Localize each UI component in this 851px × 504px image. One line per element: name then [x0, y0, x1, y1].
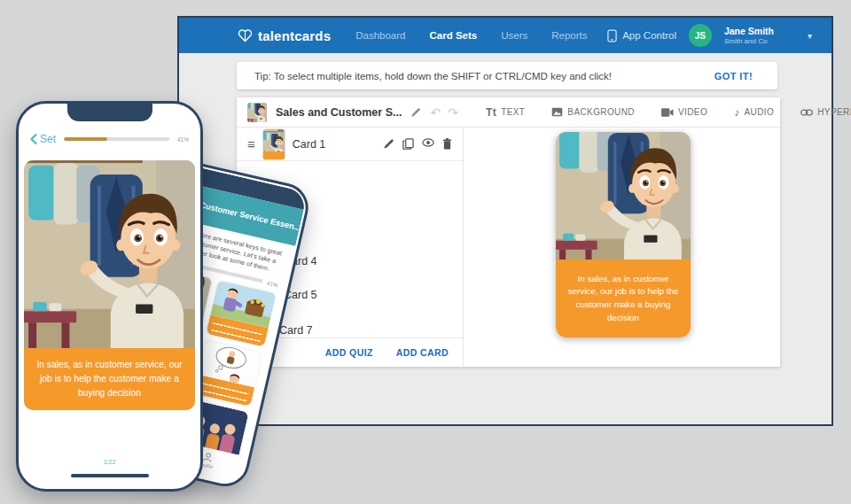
undo-button[interactable]: ↶ [430, 105, 441, 120]
phone-card-player: Set 41% [16, 101, 203, 492]
audio-button[interactable]: ♪ AUDIO [734, 106, 774, 119]
text-format-label: TEXT [501, 107, 525, 117]
link-icon [800, 109, 813, 116]
background-label: BACKGROUND [567, 107, 635, 117]
app-control-button[interactable]: App Control [607, 29, 676, 43]
preview-card-icon[interactable] [422, 138, 434, 147]
card-row-actions [383, 138, 452, 150]
chevron-down-icon[interactable]: ▾ [808, 31, 812, 41]
tip-text: Tip: To select multiple items, hold down… [237, 71, 612, 81]
tip-banner: Tip: To select multiple items, hold down… [237, 62, 777, 89]
background-button[interactable]: BACKGROUND [551, 107, 635, 117]
card-preview[interactable]: In sales, as in customer service, our jo… [556, 132, 691, 337]
got-it-button[interactable]: GOT IT! [714, 71, 777, 81]
hyperlink-label: HYPERLINK [817, 107, 851, 117]
set-title-bar: Sales and Customer S... ↶ ↷ [237, 97, 463, 127]
card-row-1[interactable]: ≡ [237, 128, 463, 161]
card-pager: 1/22 [19, 459, 200, 465]
hyperlink-button[interactable]: HYPERLINK [800, 107, 851, 117]
main-nav: Dashboard Card Sets Users Reports [355, 30, 587, 41]
app-control-label: App Control [622, 30, 676, 41]
nav-card-sets[interactable]: Card Sets [430, 30, 478, 41]
delete-card-icon[interactable] [442, 138, 452, 150]
player-card[interactable]: In sales, as in customer service, our jo… [24, 160, 195, 410]
image-icon [551, 107, 563, 117]
duplicate-card-icon[interactable] [402, 138, 414, 150]
text-format-icon: Tt [486, 106, 496, 119]
player-progress-fill [64, 137, 107, 141]
redo-button[interactable]: ↷ [448, 105, 458, 120]
music-note-icon: ♪ [734, 106, 739, 119]
mobile-phone-icon [607, 29, 617, 43]
card-tile-treasure[interactable] [206, 280, 277, 347]
videocam-icon [661, 108, 674, 117]
user-name: Jane Smith [724, 26, 774, 37]
add-quiz-button[interactable]: ADD QUIZ [325, 347, 373, 358]
video-button[interactable]: VIDEO [661, 107, 707, 117]
edit-title-button[interactable] [410, 107, 421, 118]
avatar[interactable]: JS [689, 24, 712, 47]
phone-notch [67, 103, 152, 121]
card-1-thumbnail [263, 129, 285, 159]
editor-toolbar: Sales and Customer S... ↶ ↷ Tt TEXT [237, 97, 780, 128]
card-1-thumb-caption [263, 151, 285, 159]
player-header: Set 41% [30, 129, 189, 149]
logo-text: talentcards [258, 28, 331, 43]
set-thumbnail [247, 103, 267, 122]
preview-art [556, 132, 691, 260]
user-menu[interactable]: Jane Smith Smith and Co [724, 26, 774, 45]
home-indicator[interactable] [71, 474, 149, 477]
player-progress-track [64, 137, 169, 141]
add-card-button[interactable]: ADD CARD [396, 347, 449, 358]
player-art [24, 160, 195, 348]
card-row-7-label[interactable]: Card 7 [279, 324, 313, 337]
set-thumbnail-art [247, 103, 267, 122]
player-card-caption: In sales, as in customer service, our jo… [24, 348, 195, 410]
user-org: Smith and Co [724, 37, 774, 46]
edit-card-icon[interactable] [383, 138, 394, 150]
nav-dashboard[interactable]: Dashboard [355, 30, 405, 41]
pencil-icon [410, 107, 421, 118]
set-title: Sales and Customer S... [276, 106, 402, 119]
navbar-right: App Control JS Jane Smith Smith and Co ▾ [607, 24, 812, 47]
talentcards-logo[interactable]: talentcards [238, 28, 331, 43]
chevron-left-icon [30, 134, 37, 144]
player-card-image [24, 160, 195, 348]
player-progress-percent: 41% [177, 136, 189, 143]
drag-handle-icon[interactable]: ≡ [247, 136, 255, 151]
card-set-editor: Sales and Customer S... ↶ ↷ Tt TEXT [237, 97, 780, 367]
nav-users[interactable]: Users [501, 30, 527, 41]
back-label: Set [40, 133, 56, 145]
card-1-label: Card 1 [293, 138, 326, 151]
text-format-button[interactable]: Tt TEXT [486, 106, 525, 119]
nav-reports[interactable]: Reports [551, 30, 587, 41]
back-to-set-button[interactable]: Set [30, 133, 56, 145]
panel-divider [463, 128, 464, 367]
card-preview-caption: In sales, as in customer service, our jo… [556, 260, 691, 337]
set-progress-percent: 41% [266, 279, 278, 288]
audio-label: AUDIO [745, 107, 775, 117]
format-toolbar: Tt TEXT BACKGROUND [463, 106, 851, 119]
undo-redo-group: ↶ ↷ [430, 105, 457, 120]
heart-logo-icon [238, 28, 253, 43]
video-label: VIDEO [678, 107, 707, 117]
top-navbar: talentcards Dashboard Card Sets Users Re… [179, 18, 831, 53]
card-preview-image [556, 132, 691, 260]
